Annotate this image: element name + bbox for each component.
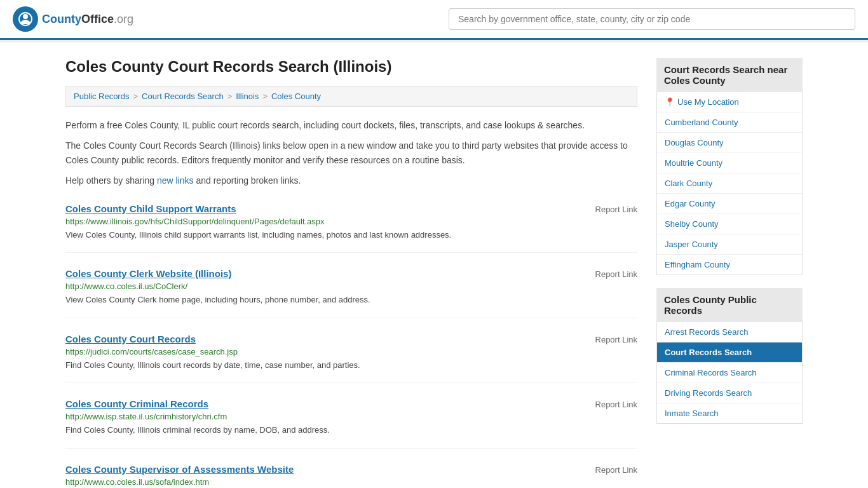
court-records-link[interactable]: Court Records Search — [657, 342, 802, 362]
main-content: Coles County Court Records Search (Illin… — [65, 58, 637, 488]
record-header: Coles County Court Records Report Link — [65, 334, 637, 344]
record-desc: Find Coles County, Illinois criminal rec… — [65, 424, 637, 437]
use-location-link[interactable]: 📍Use My Location — [657, 92, 802, 112]
main-layout: Coles County Court Records Search (Illin… — [53, 43, 815, 488]
report-link[interactable]: Report Link — [595, 205, 637, 214]
sidebar-public-records-header: Coles County Public Records — [656, 288, 803, 322]
logo[interactable]: CountyOffice.org — [13, 6, 133, 32]
report-link[interactable]: Report Link — [595, 465, 637, 475]
breadcrumb-link-public-records[interactable]: Public Records — [74, 92, 129, 101]
record-desc: View Coles County, Illinois child suppor… — [65, 229, 637, 241]
search-input[interactable] — [449, 8, 855, 30]
desc-p3-before: Help others by sharing — [65, 175, 157, 186]
record-item: Coles County Court Records Report Link h… — [65, 334, 637, 384]
record-item: Coles County Criminal Records Report Lin… — [65, 398, 637, 449]
report-link[interactable]: Report Link — [595, 269, 637, 279]
sidebar-item-arrest-records[interactable]: Arrest Records Search — [657, 322, 802, 342]
sidebar-item-use-location[interactable]: 📍Use My Location — [657, 92, 802, 112]
record-url: https://www.illinois.gov/hfs/ChildSuppor… — [65, 217, 637, 226]
sidebar-item-effingham[interactable]: Effingham County — [657, 255, 802, 274]
sidebar-item-inmate-search[interactable]: Inmate Search — [657, 403, 802, 423]
cumberland-link[interactable]: Cumberland County — [657, 112, 802, 132]
sidebar-item-court-records[interactable]: Court Records Search — [657, 342, 802, 363]
breadcrumb-link-court-records[interactable]: Court Records Search — [142, 92, 224, 101]
description: Perform a free Coles County, IL public c… — [65, 118, 637, 188]
inmate-search-link[interactable]: Inmate Search — [657, 403, 802, 423]
record-header: Coles County Supervisor of Assessments W… — [65, 464, 637, 475]
sidebar-item-shelby[interactable]: Shelby County — [657, 214, 802, 234]
breadcrumb-sep-2: > — [227, 92, 233, 101]
sidebar-item-moultrie[interactable]: Moultrie County — [657, 153, 802, 173]
record-title[interactable]: Coles County Child Support Warrants — [65, 203, 236, 214]
effingham-link[interactable]: Effingham County — [657, 255, 802, 274]
record-item: Coles County Clerk Website (Illinois) Re… — [65, 268, 637, 318]
records-list: Coles County Child Support Warrants Repo… — [65, 203, 637, 488]
sidebar-item-clark[interactable]: Clark County — [657, 173, 802, 194]
new-links-link[interactable]: new links — [157, 175, 194, 186]
sidebar-item-criminal-records[interactable]: Criminal Records Search — [657, 363, 802, 383]
record-desc: View Coles County Clerk home page, inclu… — [65, 294, 637, 306]
breadcrumb-link-illinois[interactable]: Illinois — [236, 92, 259, 101]
report-link[interactable]: Report Link — [595, 335, 637, 344]
report-link[interactable]: Report Link — [595, 400, 637, 409]
record-title[interactable]: Coles County Clerk Website (Illinois) — [65, 268, 231, 279]
jasper-link[interactable]: Jasper County — [657, 234, 802, 254]
logo-icon — [13, 6, 38, 32]
moultrie-link[interactable]: Moultrie County — [657, 153, 802, 173]
record-url: http://www.co.coles.il.us/CoClerk/ — [65, 281, 637, 291]
shelby-link[interactable]: Shelby County — [657, 214, 802, 234]
logo-text: CountyOffice.org — [42, 13, 133, 26]
record-item: Coles County Child Support Warrants Repo… — [65, 203, 637, 254]
svg-point-0 — [23, 14, 28, 19]
record-header: Coles County Criminal Records Report Lin… — [65, 398, 637, 409]
search-bar[interactable] — [449, 8, 855, 30]
driving-records-link[interactable]: Driving Records Search — [657, 383, 802, 403]
desc-paragraph-3: Help others by sharing new links and rep… — [65, 173, 637, 187]
breadcrumb-sep-1: > — [133, 92, 138, 101]
sidebar-item-edgar[interactable]: Edgar County — [657, 194, 802, 214]
record-title[interactable]: Coles County Court Records — [65, 334, 196, 344]
sidebar-public-records-links: Arrest Records Search Court Records Sear… — [656, 322, 803, 424]
record-header: Coles County Clerk Website (Illinois) Re… — [65, 268, 637, 279]
desc-paragraph-2: The Coles County Court Records Search (I… — [65, 139, 637, 167]
record-desc: Find Coles County, Illinois court record… — [65, 359, 637, 372]
record-title[interactable]: Coles County Supervisor of Assessments W… — [65, 464, 294, 475]
record-header: Coles County Child Support Warrants Repo… — [65, 203, 637, 214]
sidebar-item-driving-records[interactable]: Driving Records Search — [657, 383, 802, 403]
page-title: Coles County Court Records Search (Illin… — [65, 58, 637, 76]
edgar-link[interactable]: Edgar County — [657, 194, 802, 214]
record-item: Coles County Supervisor of Assessments W… — [65, 464, 637, 488]
criminal-records-link[interactable]: Criminal Records Search — [657, 363, 802, 383]
douglas-link[interactable]: Douglas County — [657, 133, 802, 152]
breadcrumb-link-coles-county[interactable]: Coles County — [271, 92, 321, 101]
record-title[interactable]: Coles County Criminal Records — [65, 398, 208, 409]
sidebar-public-records-section: Coles County Public Records Arrest Recor… — [656, 288, 803, 424]
desc-p3-after: and reporting broken links. — [194, 175, 301, 186]
sidebar-nearby-header: Court Records Search near Coles County — [656, 58, 803, 92]
location-icon: 📍 — [665, 97, 675, 107]
sidebar-item-douglas[interactable]: Douglas County — [657, 133, 802, 153]
record-url: http://www.co.coles.il.us/sofa/index.htm — [65, 477, 637, 487]
sidebar: Court Records Search near Coles County 📍… — [656, 58, 803, 488]
arrest-records-link[interactable]: Arrest Records Search — [657, 322, 802, 342]
breadcrumb-sep-3: > — [262, 92, 268, 101]
sidebar-item-jasper[interactable]: Jasper County — [657, 234, 802, 255]
sidebar-nearby-section: Court Records Search near Coles County 📍… — [656, 58, 803, 275]
breadcrumb: Public Records > Court Records Search > … — [65, 86, 637, 107]
record-url: http://www.isp.state.il.us/crimhistory/c… — [65, 412, 637, 421]
sidebar-nearby-links: 📍Use My Location Cumberland County Dougl… — [656, 92, 803, 275]
clark-link[interactable]: Clark County — [657, 173, 802, 193]
record-url: https://judici.com/courts/cases/case_sea… — [65, 347, 637, 356]
desc-paragraph-1: Perform a free Coles County, IL public c… — [65, 118, 637, 132]
sidebar-item-cumberland[interactable]: Cumberland County — [657, 112, 802, 133]
site-header: CountyOffice.org — [0, 0, 868, 40]
